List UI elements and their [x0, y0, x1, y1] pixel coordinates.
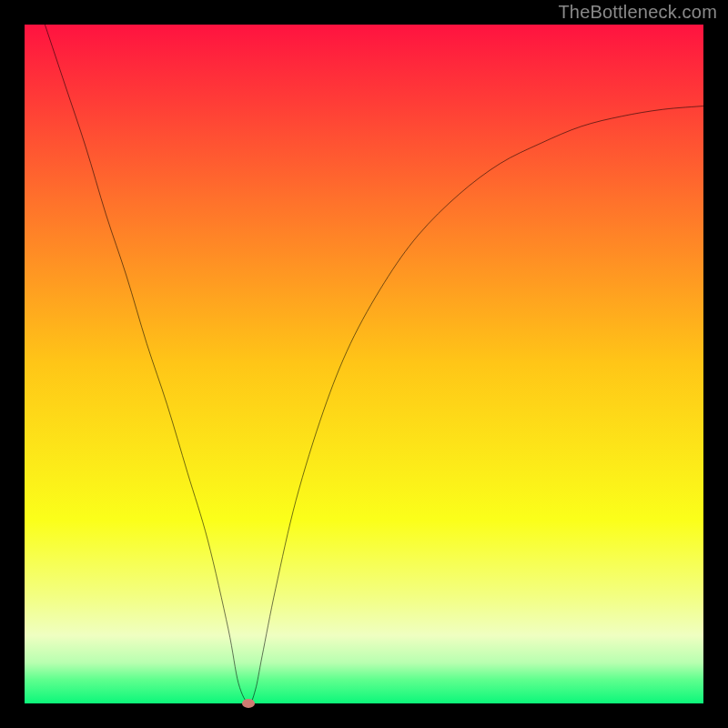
plot-area: [25, 25, 703, 703]
chart-frame: TheBottleneck.com: [0, 0, 728, 728]
minimum-marker: [242, 699, 255, 708]
curve-line: [25, 25, 703, 703]
watermark-label: TheBottleneck.com: [558, 2, 717, 23]
